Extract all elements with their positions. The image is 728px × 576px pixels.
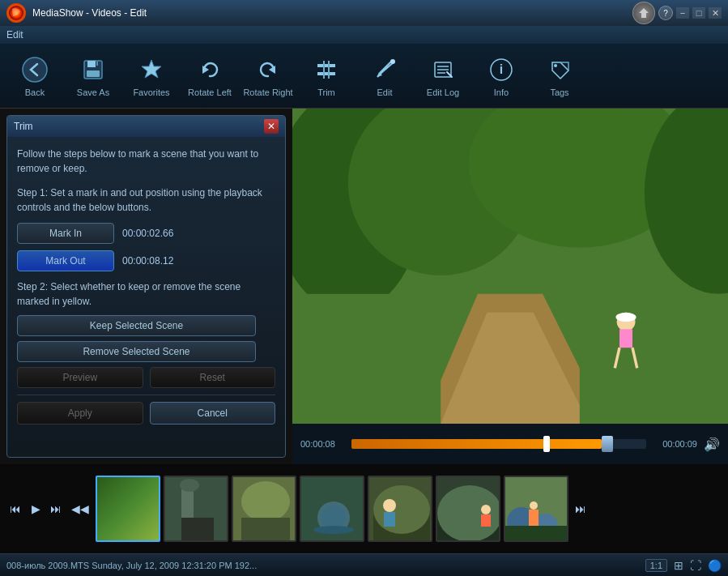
trim-title-bar: Trim ✕ bbox=[7, 116, 285, 137]
timeline-bar: 00:00:08 00:00:09 🔊 bbox=[292, 424, 728, 464]
toolbar-rotate-right[interactable]: Rotate Right bbox=[240, 47, 296, 105]
filmstrip-thumb-3[interactable] bbox=[232, 476, 296, 542]
filmstrip-thumb-6[interactable] bbox=[436, 476, 500, 542]
info-icon: i bbox=[487, 55, 516, 84]
time-left: 00:00:08 bbox=[300, 439, 345, 449]
progress-handle[interactable] bbox=[602, 436, 613, 452]
mark-out-button[interactable]: Mark Out bbox=[17, 250, 114, 271]
filmstrip-thumb-1[interactable] bbox=[96, 476, 160, 542]
rotate-left-label: Rotate Left bbox=[188, 87, 232, 97]
slow-reverse-button[interactable]: ◀◀ bbox=[68, 499, 92, 518]
toolbar-info[interactable]: i Info bbox=[473, 47, 530, 105]
svg-rect-28 bbox=[580, 294, 728, 424]
toolbar-rotate-left[interactable]: Rotate Left bbox=[181, 47, 238, 105]
svg-rect-31 bbox=[615, 313, 636, 322]
svg-point-1 bbox=[23, 58, 47, 82]
keep-selected-scene-button[interactable]: Keep Selected Scene bbox=[17, 315, 256, 336]
edit-icon bbox=[370, 55, 399, 84]
fullscreen-icon[interactable]: ⛶ bbox=[690, 559, 701, 572]
svg-point-53 bbox=[481, 505, 491, 514]
time-right: 00:00:09 bbox=[653, 439, 697, 449]
filmstrip: ⏮ ▶ ⏭ ◀◀ bbox=[0, 464, 728, 553]
remove-selected-scene-button[interactable]: Remove Selected Scene bbox=[17, 341, 256, 362]
svg-rect-10 bbox=[317, 72, 335, 75]
volume-icon[interactable]: 🔊 bbox=[704, 437, 720, 452]
skip-to-end-button[interactable]: ⏭ bbox=[47, 499, 65, 518]
svg-text:i: i bbox=[500, 62, 503, 76]
toolbar-favorites[interactable]: Favorites bbox=[123, 47, 180, 105]
mark-out-time: 00:00:08.12 bbox=[122, 255, 173, 267]
status-bar: 008-июль 2009.MTS Sunday, July 12, 2009 … bbox=[0, 553, 728, 576]
minimize-button[interactable]: − bbox=[676, 7, 689, 19]
edit-label: Edit bbox=[377, 87, 393, 97]
menu-edit[interactable]: Edit bbox=[6, 29, 23, 41]
toolbar-back[interactable]: Back bbox=[6, 47, 63, 105]
trim-icon bbox=[312, 55, 341, 84]
star-icon bbox=[137, 55, 166, 84]
skip-forward-button[interactable]: ⏭ bbox=[572, 499, 590, 518]
cancel-button[interactable]: Cancel bbox=[150, 402, 276, 425]
toolbar-save-as[interactable]: Save As bbox=[65, 47, 121, 105]
skip-to-start-button[interactable]: ⏮ bbox=[6, 499, 24, 518]
svg-rect-37 bbox=[181, 518, 214, 542]
preview-button[interactable]: Preview bbox=[17, 367, 143, 388]
svg-rect-54 bbox=[481, 514, 491, 527]
thumb-image-6 bbox=[437, 477, 499, 540]
svg-rect-58 bbox=[505, 526, 568, 542]
trim-panel: Trim ✕ Follow the steps below to mark a … bbox=[6, 115, 286, 458]
trim-instructions: Follow the steps below to mark a scene t… bbox=[17, 147, 275, 176]
svg-rect-40 bbox=[241, 518, 290, 542]
video-frame bbox=[292, 109, 728, 424]
filmstrip-thumb-7[interactable] bbox=[504, 476, 568, 542]
fit-icon[interactable]: ⊞ bbox=[674, 559, 683, 572]
mark-in-time: 00:00:02.66 bbox=[122, 228, 173, 239]
play-button[interactable]: ▶ bbox=[28, 499, 44, 518]
close-button[interactable]: ✕ bbox=[709, 7, 722, 19]
mark-in-row: Mark In 00:00:02.66 bbox=[17, 223, 275, 244]
help-button[interactable]: ? bbox=[658, 6, 673, 20]
filmstrip-thumb-5[interactable] bbox=[368, 476, 432, 542]
svg-rect-30 bbox=[619, 329, 632, 348]
home-button[interactable] bbox=[632, 2, 655, 24]
rotate-right-icon bbox=[253, 55, 283, 84]
trim-close-button[interactable]: ✕ bbox=[264, 119, 279, 134]
mark-out-row: Mark Out 00:00:08.12 bbox=[17, 250, 275, 271]
svg-point-52 bbox=[437, 485, 500, 542]
mark-in-button[interactable]: Mark In bbox=[17, 223, 114, 244]
svg-point-39 bbox=[241, 481, 290, 522]
tags-icon bbox=[545, 55, 574, 84]
trim-step2: Step 2: Select whether to keep or remove… bbox=[17, 279, 275, 309]
thumb-image-4 bbox=[301, 477, 363, 540]
toolbar: Back Save As Favorites Rotate Left bbox=[0, 44, 728, 109]
trim-body: Follow the steps below to mark a scene t… bbox=[7, 137, 285, 434]
toolbar-tags[interactable]: Tags bbox=[531, 47, 588, 105]
status-text: 008-июль 2009.MTS Sunday, July 12, 2009 … bbox=[6, 561, 639, 570]
maximize-button[interactable]: □ bbox=[692, 7, 705, 19]
filmstrip-thumb-2[interactable] bbox=[164, 476, 228, 542]
apply-cancel-row: Apply Cancel bbox=[17, 402, 275, 425]
filmstrip-thumb-4[interactable] bbox=[300, 476, 364, 542]
svg-point-14 bbox=[390, 59, 395, 64]
back-icon bbox=[20, 55, 49, 84]
toolbar-trim[interactable]: Trim bbox=[298, 47, 355, 105]
save-as-label: Save As bbox=[77, 87, 109, 97]
title-bar: MediaShow - Videos - Edit ? − □ ✕ bbox=[0, 0, 728, 26]
reset-button[interactable]: Reset bbox=[150, 367, 276, 388]
apply-button[interactable]: Apply bbox=[17, 402, 143, 425]
edit-log-label: Edit Log bbox=[427, 87, 459, 97]
rotate-right-label: Rotate Right bbox=[243, 87, 292, 97]
progress-fill bbox=[351, 439, 602, 449]
preview-reset-row: Preview Reset bbox=[17, 367, 275, 388]
svg-point-47 bbox=[373, 485, 430, 534]
progress-track[interactable] bbox=[351, 439, 646, 449]
thumb-image-1 bbox=[97, 477, 159, 540]
menu-bar: Edit bbox=[0, 26, 728, 44]
svg-point-48 bbox=[383, 499, 396, 512]
app-icon bbox=[6, 3, 26, 23]
back-label: Back bbox=[25, 87, 45, 97]
info-status-icon[interactable]: 🔵 bbox=[708, 559, 722, 572]
divider bbox=[17, 395, 275, 395]
toolbar-edit[interactable]: Edit bbox=[356, 47, 413, 105]
toolbar-edit-log[interactable]: Edit Log bbox=[415, 47, 471, 105]
save-icon bbox=[79, 55, 108, 84]
